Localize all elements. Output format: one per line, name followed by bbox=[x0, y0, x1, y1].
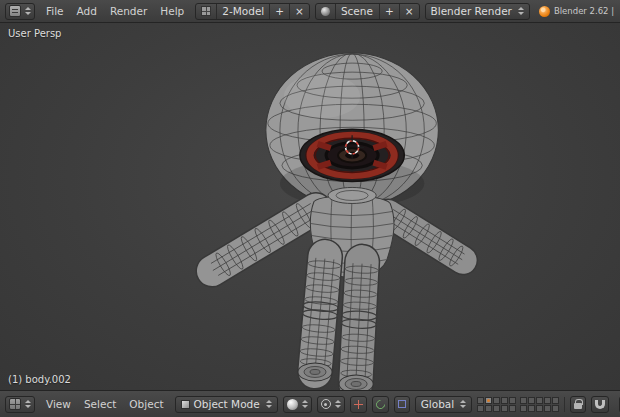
right-arm bbox=[382, 203, 470, 271]
layer-group-2 bbox=[520, 397, 559, 412]
layer-toggle[interactable] bbox=[536, 405, 543, 412]
scene-close-button[interactable]: × bbox=[400, 4, 419, 19]
lock-to-scene-button[interactable] bbox=[570, 396, 586, 413]
layout-name-field[interactable]: 2-Model bbox=[217, 4, 270, 19]
pivot-icon bbox=[321, 399, 331, 409]
menu-render[interactable]: Render bbox=[104, 3, 153, 19]
viewport-shading-select[interactable] bbox=[283, 396, 312, 413]
layer-toggle[interactable] bbox=[477, 397, 484, 404]
chevron-updown-icon bbox=[335, 400, 341, 408]
scene-name-field[interactable]: Scene bbox=[336, 4, 380, 19]
layer-toggle[interactable] bbox=[552, 397, 559, 404]
blender-logo-icon bbox=[539, 6, 550, 17]
rotate-icon bbox=[374, 398, 387, 411]
manipulator-rotate-button[interactable] bbox=[372, 396, 389, 413]
layer-toggle[interactable] bbox=[493, 397, 500, 404]
scene-selector: Scene + × bbox=[315, 3, 420, 20]
blender-window: File Add Render Help 2-Model + × Scene +… bbox=[0, 0, 620, 417]
transform-orientation-select[interactable]: Global bbox=[415, 396, 473, 413]
viewport-3d[interactable]: User Persp (1) body.002 bbox=[0, 23, 620, 390]
manipulator-scale-button[interactable] bbox=[394, 396, 410, 413]
layer-toggle[interactable] bbox=[509, 405, 516, 412]
viewport-editor-icon bbox=[9, 398, 21, 410]
magnet-icon bbox=[595, 400, 605, 409]
layer-toggle[interactable] bbox=[520, 397, 527, 404]
view-name-label: User Persp bbox=[8, 28, 61, 39]
scene-browse-button[interactable] bbox=[316, 4, 336, 19]
layout-close-button[interactable]: × bbox=[290, 4, 309, 19]
layer-toggle[interactable] bbox=[501, 405, 508, 412]
stats-text: Blender 2.62 | Ve:102,565 | Fa:101,312 |… bbox=[554, 6, 615, 16]
layer-toggle[interactable] bbox=[528, 397, 535, 404]
layer-toggle[interactable] bbox=[520, 405, 527, 412]
menu-view[interactable]: View bbox=[40, 396, 77, 412]
viewport-menubar: View Select Object bbox=[40, 396, 170, 412]
layout-add-button[interactable]: + bbox=[270, 4, 290, 19]
left-arm bbox=[205, 196, 323, 283]
manipulator-translate-button[interactable] bbox=[350, 396, 367, 413]
menu-object[interactable]: Object bbox=[123, 396, 169, 412]
render-engine-select[interactable]: Blender Render bbox=[425, 3, 530, 20]
layer-toggle[interactable] bbox=[501, 397, 508, 404]
shading-sphere-icon bbox=[287, 399, 298, 410]
lock-icon bbox=[574, 403, 582, 409]
info-header: File Add Render Help 2-Model + × Scene +… bbox=[0, 0, 620, 23]
layer-toggle[interactable] bbox=[552, 405, 559, 412]
layer-toggle[interactable] bbox=[528, 405, 535, 412]
layer-toggle-active[interactable] bbox=[485, 397, 492, 404]
layer-toggle[interactable] bbox=[477, 405, 484, 412]
scene-add-button[interactable]: + bbox=[380, 4, 400, 19]
layer-toggle[interactable] bbox=[493, 405, 500, 412]
right-leg bbox=[338, 261, 379, 385]
chevron-updown-icon bbox=[460, 400, 466, 408]
menu-file[interactable]: File bbox=[40, 3, 70, 19]
layer-toggle[interactable] bbox=[485, 405, 492, 412]
layer-toggle[interactable] bbox=[536, 397, 543, 404]
mode-value: Object Mode bbox=[194, 398, 260, 410]
chevron-updown-icon bbox=[266, 400, 272, 408]
left-leg bbox=[298, 255, 343, 373]
translate-icon bbox=[354, 400, 363, 409]
layout-grid-icon bbox=[201, 6, 211, 16]
pivot-point-select[interactable] bbox=[317, 396, 345, 413]
mode-select[interactable]: Object Mode bbox=[175, 396, 278, 413]
viewport-header: View Select Object Object Mode Global bbox=[0, 390, 620, 417]
info-editor-icon bbox=[9, 5, 21, 17]
separator bbox=[564, 397, 565, 412]
chevron-updown-icon bbox=[25, 7, 31, 15]
layer-toggle[interactable] bbox=[544, 405, 551, 412]
model-wireframe bbox=[0, 23, 620, 390]
viewport-editor-type-button[interactable] bbox=[5, 396, 35, 413]
status-stats: Blender 2.62 | Ve:102,565 | Fa:101,312 |… bbox=[539, 6, 615, 17]
scene-icon bbox=[321, 7, 330, 16]
chevron-updown-icon bbox=[25, 400, 31, 408]
scale-icon bbox=[398, 400, 406, 408]
chevron-updown-icon bbox=[518, 7, 524, 15]
layer-toggle[interactable] bbox=[509, 397, 516, 404]
object-mode-icon bbox=[181, 400, 190, 409]
active-object-label: (1) body.002 bbox=[8, 374, 71, 385]
chevron-updown-icon bbox=[302, 400, 308, 408]
main-menubar: File Add Render Help bbox=[40, 3, 190, 19]
render-engine-value: Blender Render bbox=[431, 5, 512, 17]
layout-browse-button[interactable] bbox=[196, 4, 217, 19]
snap-toggle-button[interactable] bbox=[591, 396, 609, 413]
layers-widget bbox=[477, 397, 559, 412]
orientation-value: Global bbox=[421, 398, 455, 410]
layer-toggle[interactable] bbox=[544, 397, 551, 404]
screen-layout-selector: 2-Model + × bbox=[195, 3, 310, 20]
layer-group-1 bbox=[477, 397, 516, 412]
menu-help[interactable]: Help bbox=[154, 3, 190, 19]
editor-type-button[interactable] bbox=[5, 3, 35, 20]
menu-select[interactable]: Select bbox=[78, 396, 122, 412]
menu-add[interactable]: Add bbox=[71, 3, 103, 19]
